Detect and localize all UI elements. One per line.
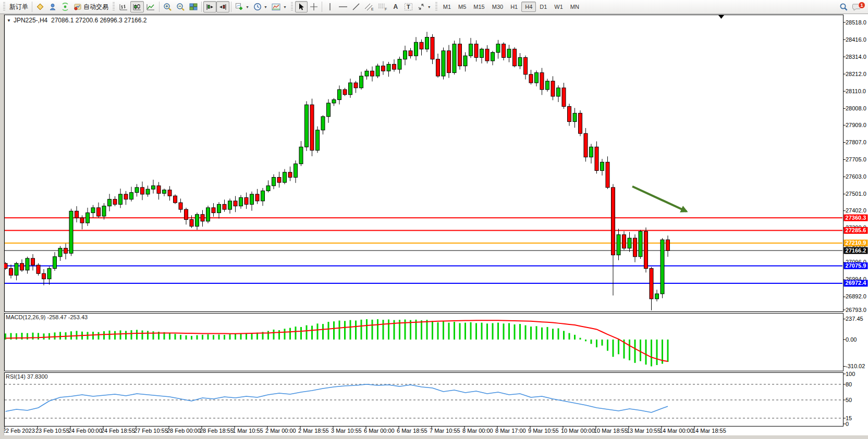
candlestick-chart-icon [132,3,142,11]
svg-text:27603.0: 27603.0 [846,173,866,180]
line-chart-icon [146,3,155,11]
svg-text:2 Mar 18:55: 2 Mar 18:55 [298,428,329,434]
vertical-line-tool[interactable] [324,1,336,12]
chevron-down-icon: ▼ [246,5,249,9]
chart-title-dropdown-icon[interactable]: ▼ [7,18,11,23]
annotation-arrow[interactable] [632,186,687,211]
chart-line-button[interactable] [144,1,157,12]
svg-text:6 Mar 00:00: 6 Mar 00:00 [364,428,395,434]
svg-text:6 Mar 18:55: 6 Mar 18:55 [397,428,427,434]
equidistant-channel-tool[interactable]: E [362,1,376,12]
cursor-button[interactable] [295,1,308,12]
macd-signal-line [6,320,668,361]
macd-indicator-label: MACD(12,26,9) -258.47 -253.43 [6,314,88,320]
trendline-tool[interactable] [350,1,362,12]
tab-timeframe-M30[interactable]: M30 [488,2,507,12]
chevron-down-icon: ▼ [283,5,287,9]
toolbar-drag-handle[interactable] [113,2,115,11]
svg-text:27210.9: 27210.9 [846,240,866,246]
indicators-button[interactable]: ▼ [233,1,251,12]
svg-text:13 Mar 10:55: 13 Mar 10:55 [627,428,661,434]
text-tool-label: A [393,3,398,10]
chart-area[interactable]: 28518.028416.028314.028212.028110.028008… [0,0,868,439]
tile-windows-button[interactable] [187,1,200,12]
toolbar-separator [231,2,231,12]
chart-bars-button[interactable] [117,1,130,12]
scroll-marker-icon [718,15,724,19]
tab-timeframe-W1[interactable]: W1 [551,2,567,12]
vertical-line-icon [327,3,333,11]
fibonacci-icon: F [378,3,387,11]
templates-button[interactable]: ▼ [270,1,289,12]
template-chart-icon [272,3,281,11]
text-label-tool[interactable]: T [402,1,415,12]
zoom-out-button[interactable] [174,1,187,12]
chart-shift-button[interactable] [216,1,229,12]
tab-timeframe-H1[interactable]: H1 [507,2,521,12]
toolbar-separator [322,2,322,12]
notifications-button[interactable]: 1 [850,1,864,12]
svg-text:14 Mar 18:55: 14 Mar 18:55 [692,428,726,434]
svg-text:28 Feb 00:00: 28 Feb 00:00 [167,428,201,434]
svg-text:28314.0: 28314.0 [846,54,866,60]
svg-text:27360.3: 27360.3 [846,215,866,221]
auto-scroll-button[interactable] [203,1,216,12]
new-order-button[interactable]: 新订单 [7,1,30,12]
metaeditor-button[interactable] [46,1,59,12]
search-button[interactable] [837,1,850,12]
tab-timeframe-M5[interactable]: M5 [455,2,470,12]
toolbar-drag-handle[interactable] [291,2,293,11]
toolbar-separator [32,2,32,12]
tab-timeframe-D1[interactable]: D1 [536,2,551,12]
svg-text:26972.4: 26972.4 [846,280,867,286]
fibonacci-tool[interactable]: F [376,1,389,12]
svg-text:28518.0: 28518.0 [846,19,866,26]
auto-scroll-icon [205,3,214,11]
toolbar-drag-handle[interactable] [3,2,5,11]
arrows-tool[interactable]: ▼ [415,1,433,12]
chart-ohlc-values: 27086.1 27200.6 26996.3 27166.2 [51,17,147,24]
rsi-indicator-label: RSI(14) 37.8300 [6,373,48,380]
market-button[interactable] [34,1,46,12]
toolbar-separator [159,2,160,12]
signals-icon [61,3,69,11]
svg-text:27909.0: 27909.0 [846,122,866,128]
autotrading-button[interactable]: 自动交易 [71,1,111,12]
arrow-objects-icon [417,3,425,11]
chevron-down-icon: ▼ [427,5,431,9]
horizontal-line-tool[interactable] [336,1,350,12]
text-tool[interactable]: A [389,1,402,12]
timeframe-group: M1M5M15M30H1H4D1W1MN [439,2,583,12]
signals-button[interactable] [59,1,71,12]
svg-text:27285.6: 27285.6 [846,227,866,233]
crosshair-button[interactable] [308,1,320,12]
svg-text:28008.0: 28008.0 [846,105,866,111]
notification-badge: 1 [858,2,865,9]
chart-shift-icon [218,3,227,11]
svg-text:0.00: 0.00 [846,336,857,343]
horizontal-level-lines [5,218,842,283]
svg-text:26793.0: 26793.0 [846,307,866,313]
svg-text:28416.0: 28416.0 [846,36,866,43]
chart-candles-button[interactable] [130,1,144,12]
svg-text:0: 0 [846,421,849,427]
channel-icon: E [364,3,374,11]
tab-timeframe-M15[interactable]: M15 [470,2,488,12]
chevron-down-icon: ▼ [264,5,267,9]
svg-text:1 Mar 10:55: 1 Mar 10:55 [233,428,263,434]
svg-text:E: E [371,7,374,11]
clock-icon [253,3,262,11]
toolbar-drag-handle[interactable] [435,2,437,11]
toolbar-separator [201,2,202,12]
tab-timeframe-MN[interactable]: MN [567,2,583,12]
svg-text:28110.0: 28110.0 [846,88,866,94]
zoom-in-button[interactable] [161,1,174,12]
tab-timeframe-M1[interactable]: M1 [439,2,455,12]
periods-button[interactable]: ▼ [251,1,270,12]
svg-text:26892.0: 26892.0 [846,293,866,299]
svg-text:2 Mar 00:00: 2 Mar 00:00 [265,428,296,434]
svg-text:27166.2: 27166.2 [846,247,866,254]
zoom-in-icon [163,3,172,11]
bar-chart-icon [119,3,128,11]
tab-timeframe-H4[interactable]: H4 [521,2,536,12]
